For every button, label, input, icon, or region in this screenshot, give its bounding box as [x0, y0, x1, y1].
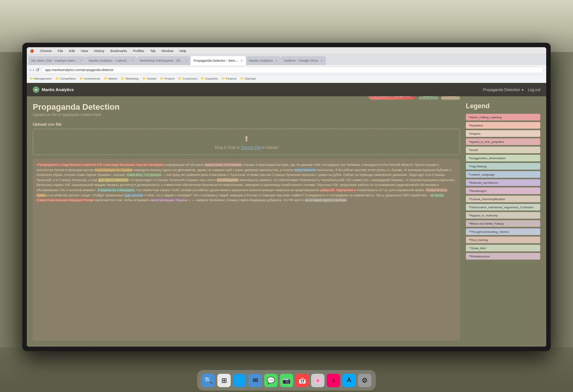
mac-menu-help[interactable]: Help: [179, 49, 186, 53]
chevron-down-icon: ▾: [522, 88, 524, 92]
back-button[interactable]: ‹: [30, 67, 31, 73]
dock-finder[interactable]: 🔍: [202, 374, 215, 387]
browser-address-bar: ‹ › ↺ app.mantisanalytics.com/propaganda…: [27, 65, 546, 75]
nav-buttons: ‹ › ↺: [30, 67, 39, 73]
tab-label: My Inbox (24) - maeltym.berri...: [31, 59, 78, 62]
upload-icon: ⬆: [38, 134, 454, 143]
bookmark-management[interactable]: 📁 Management: [30, 77, 52, 80]
mac-apple-menu[interactable]: 🍎: [30, 49, 34, 53]
bookmark-finance[interactable]: 📁 Finance: [222, 77, 237, 80]
browser-tab-propaganda[interactable]: Propaganda Detector - Sem... ✕: [191, 56, 246, 65]
tab-label: Mantis Analytics: [249, 59, 273, 62]
bookmark-startups[interactable]: 📁 Startups: [240, 77, 256, 80]
mac-menu-file[interactable]: File: [58, 49, 63, 53]
analysis-text-area: «Председатель Следственного комитета РФ …: [33, 159, 460, 341]
legend-title: Legend: [466, 102, 540, 110]
bookmark-customers[interactable]: 📁 Customers: [178, 77, 197, 80]
mac-dock: 🔍 ⊞ 🌐 ✉ 💬 📷 📅 🌸 ♪ A ⚙: [197, 370, 376, 391]
dock-appstore[interactable]: A: [342, 374, 356, 387]
highlighted-text-15: милитаризацию Украины: [151, 198, 188, 202]
bookmark-product[interactable]: 📁 Product: [160, 77, 175, 80]
highlighted-text-11: суммы: [36, 193, 46, 197]
dock-calendar[interactable]: 📅: [295, 374, 309, 387]
highlighted-text-6: друг другу помогают,: [98, 178, 129, 182]
monitor-bezel: 🍎 Chrome File Edit View History Bookmark…: [27, 47, 546, 347]
dock-safari[interactable]: 🌐: [233, 374, 246, 387]
bookmark-market[interactable]: 📁 Market: [104, 77, 117, 80]
address-field[interactable]: app.mantisanalytics.com/propaganda-detec…: [42, 67, 543, 73]
bookmarks-bar: 📁 Management 📁 Competitors 📁 Investments…: [27, 75, 546, 83]
logo-icon: M: [33, 86, 39, 93]
choose-file-link[interactable]: Choose File: [241, 145, 261, 150]
browser-tab-mantis[interactable]: Mantis Analytics ✕: [246, 56, 281, 65]
legend-panel: Legend ¹Name_Calling_Labeling²Repetition…: [466, 102, 540, 341]
export-button[interactable]: Export: [419, 96, 438, 100]
dock-messages[interactable]: 💬: [264, 374, 278, 387]
dock-mail[interactable]: ✉: [249, 374, 262, 387]
mac-menu-profiles[interactable]: Profiles: [133, 49, 144, 53]
tab-close-icon[interactable]: ✕: [185, 59, 188, 62]
browser-tabs-bar: My Inbox (24) - maeltym.berri... ✕ Manti…: [27, 55, 546, 65]
mac-menu-view[interactable]: View: [81, 49, 88, 53]
tab-close-icon[interactable]: ✕: [131, 59, 134, 62]
legend-item-12: ¹³Appeal_to_Authority: [466, 212, 540, 219]
action-bar: ⚙ Detect Propaganda Export Reset: [368, 96, 460, 100]
tab-label: Mantis Analytics - Calend...: [89, 59, 129, 62]
highlighted-text-12: суды русских: [124, 193, 144, 197]
browser-tab-mantis-cal[interactable]: Mantis Analytics - Calend... ✕: [86, 56, 137, 65]
mac-menu-edit[interactable]: Edit: [69, 49, 75, 53]
logout-button[interactable]: Log out: [528, 88, 540, 92]
mac-menu-history[interactable]: History: [94, 49, 104, 53]
legend-item-8: ⁹Reductio_ad-hitlerum: [466, 179, 540, 186]
browser-tab-sublime[interactable]: Sublime - Google Drive ✕: [281, 56, 326, 65]
bookmark-toolset[interactable]: 📁 Toolset: [143, 77, 156, 80]
mac-menu-window[interactable]: Window: [161, 49, 173, 53]
legend-item-17: ¹⁸Whataboutism: [466, 253, 540, 260]
dock-photos[interactable]: 🌸: [311, 374, 324, 387]
app-header: M Mantis Analytics Propaganda Detection …: [27, 83, 546, 96]
main-area: Propaganda Detection Upload csv file or …: [27, 96, 546, 347]
reload-button[interactable]: ↺: [36, 67, 39, 73]
dock-facetime[interactable]: 📷: [280, 374, 293, 387]
highlighted-text-13: не жалко.: [430, 193, 444, 197]
legend-item-1: ²Repetition: [466, 122, 540, 129]
highlighted-text-8: В ведомстве утверждают,: [97, 188, 135, 192]
reset-button[interactable]: Reset: [441, 96, 460, 100]
highlighted-text-10: Пожертвовала: [426, 188, 447, 192]
tab-label: Propaganda Detector - Sem...: [193, 59, 238, 62]
dock-settings[interactable]: ⚙: [358, 374, 371, 387]
highlighted-text-9: диверсий, терроризма и: [320, 188, 356, 192]
highlighted-text-5: слава Богу, что прошли: [127, 173, 161, 177]
browser-tab-workshop[interactable]: Workshop Participants - Sli... ✕: [137, 56, 191, 65]
highlighted-text-7: освобождения.: [217, 178, 239, 182]
detect-propaganda-button[interactable]: ⚙ Detect Propaganda: [368, 96, 416, 100]
upload-area[interactable]: ⬆ Drag & Drop or Choose File to Upload: [33, 129, 460, 155]
browser-tab-inbox[interactable]: My Inbox (24) - maeltym.berri... ✕: [28, 56, 86, 65]
legend-item-14: ¹⁵Thought-terminating_Cliches: [466, 228, 540, 235]
propaganda-detection-nav[interactable]: Propaganda Detection ▾: [483, 88, 524, 92]
app-content: M Mantis Analytics Propaganda Detection …: [27, 83, 546, 347]
dock-launchpad[interactable]: ⊞: [217, 374, 231, 387]
tab-close-icon[interactable]: ✕: [240, 59, 243, 62]
mac-menu-bookmarks[interactable]: Bookmarks: [110, 49, 127, 53]
tab-close-icon[interactable]: ✕: [320, 59, 323, 62]
page-subtitle: Upload csv file or type/paste content he…: [33, 113, 119, 117]
app-logo: M Mantis Analytics: [33, 86, 74, 93]
forward-button[interactable]: ›: [33, 67, 34, 73]
mac-menu-chrome[interactable]: Chrome: [40, 49, 52, 53]
screen-content: 🍎 Chrome File Edit View History Bookmark…: [27, 47, 546, 347]
bookmark-expertise[interactable]: 📁 Expertise: [201, 77, 218, 80]
bookmark-competitors[interactable]: 📁 Competitors: [55, 77, 76, 80]
app-logo-text: Mantis Analytics: [42, 87, 74, 92]
dock-itunes[interactable]: ♪: [327, 374, 340, 387]
legend-item-15: ¹⁶Red_Herring: [466, 237, 540, 243]
bookmark-investments[interactable]: 📁 Investments: [80, 77, 100, 80]
bookmark-marketing[interactable]: 📁 Marketing: [121, 77, 138, 80]
tab-close-icon[interactable]: ✕: [275, 59, 278, 62]
monitor-frame: 🍎 Chrome File Edit View History Bookmark…: [22, 43, 551, 351]
legend-item-5: ⁶Exaggeration_Minimisation: [466, 155, 540, 161]
mac-menu-tab[interactable]: Tab: [150, 49, 156, 53]
tab-label: Sublime - Google Drive: [284, 59, 318, 62]
page-title: Propaganda Detection: [33, 102, 119, 112]
tab-close-icon[interactable]: ✕: [80, 59, 83, 62]
